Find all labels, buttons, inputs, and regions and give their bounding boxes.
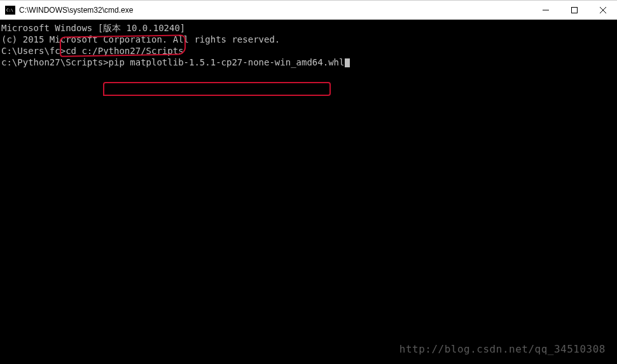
- maximize-icon: [571, 7, 578, 13]
- close-button[interactable]: [588, 1, 617, 19]
- command-text: cd c:/Python27/Scripts: [66, 46, 183, 56]
- minimize-button[interactable]: [531, 1, 560, 19]
- titlebar-left: C:\WINDOWS\system32\cmd.exe: [5, 6, 133, 15]
- cmd-window: C:\WINDOWS\system32\cmd.exe Microsoft Wi…: [0, 0, 617, 364]
- minimize-icon: [543, 7, 549, 13]
- prompt: C:\Users\fc>: [1, 46, 66, 56]
- output-line: (c) 2015 Microsoft Corporation. All righ…: [1, 34, 616, 45]
- prompt-line: C:\Users\fc>cd c:/Python27/Scripts: [1, 45, 616, 57]
- cmd-icon: [5, 6, 15, 15]
- window-controls: [531, 1, 617, 19]
- terminal-area[interactable]: Microsoft Windows [版本 10.0.10240] (c) 20…: [0, 20, 617, 364]
- prompt: c:\Python27\Scripts>: [1, 57, 109, 67]
- maximize-button[interactable]: [560, 1, 588, 19]
- titlebar[interactable]: C:\WINDOWS\system32\cmd.exe: [0, 1, 617, 20]
- cursor: [345, 58, 350, 67]
- output-line: Microsoft Windows [版本 10.0.10240]: [1, 22, 616, 34]
- close-icon: [600, 7, 606, 13]
- window-title: C:\WINDOWS\system32\cmd.exe: [19, 6, 133, 15]
- watermark-text: http://blog.csdn.net/qq_34510308: [399, 344, 606, 355]
- svg-rect-1: [571, 7, 577, 13]
- command-text: pip matplotlib-1.5.1-cp27-none-win_amd64…: [109, 57, 345, 67]
- prompt-line: c:\Python27\Scripts>pip matplotlib-1.5.1…: [1, 57, 616, 68]
